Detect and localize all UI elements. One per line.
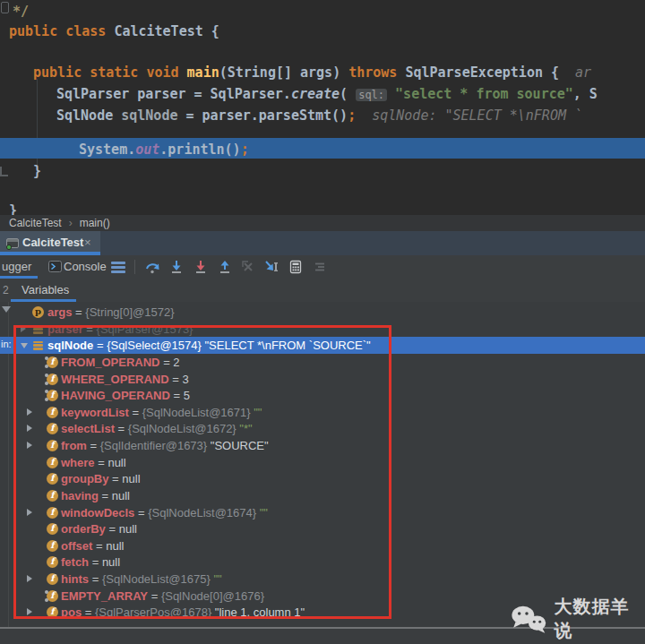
expand-arrow-icon[interactable] — [27, 408, 32, 416]
variable-value: 5 — [184, 389, 190, 402]
variable-value: "SOURCE" — [211, 439, 269, 452]
variable-row-groupBy[interactable]: fgroupBy = null — [0, 470, 645, 487]
code-token: SqlParseException { — [397, 64, 559, 81]
variable-row-offset[interactable]: foffset = null — [0, 537, 645, 554]
variable-text: from = {SqlIdentifier@1673} "SOURCE" — [61, 437, 269, 454]
field-icon: f — [47, 523, 58, 535]
code-token: ; — [241, 142, 249, 158]
code-token: } — [9, 202, 17, 215]
variable-row-where[interactable]: fwhere = null — [0, 454, 645, 471]
field-icon: f — [47, 473, 58, 485]
variable-name: args — [47, 305, 72, 319]
variable-row-FROM_OPERAND[interactable]: fFROM_OPERAND = 2 — [0, 354, 645, 371]
code-token — [387, 86, 395, 102]
force-step-into-icon[interactable] — [194, 260, 208, 274]
variable-row-having[interactable]: fhaving = null — [0, 487, 645, 504]
code-token: (String[] args) — [219, 64, 349, 81]
variable-name: having — [61, 489, 99, 502]
code-area[interactable]: */public class CalciteTest {public stati… — [0, 0, 645, 215]
variable-text: groupBy = null — [61, 470, 141, 487]
variable-value: {String[0]@1572} — [85, 305, 174, 319]
code-token: ; — [348, 107, 356, 124]
variable-text: offset = null — [61, 537, 124, 554]
expand-arrow-icon[interactable] — [21, 325, 26, 332]
variable-row-orderBy[interactable]: forderBy = null — [0, 520, 645, 537]
code-token: SqlParser parser = SqlParser. — [56, 86, 291, 102]
variable-icon — [32, 339, 44, 351]
gutter-fold-icon[interactable] — [0, 167, 8, 176]
variable-row-parser[interactable]: parser = {SqlParser@1573} — [0, 321, 645, 338]
step-into-icon[interactable] — [169, 260, 184, 274]
variable-text: hints = {SqlNodeList@1675} "" — [61, 571, 222, 588]
tab-calcitetest[interactable]: CalciteTest × — [0, 231, 100, 255]
code-token: ( — [340, 86, 356, 102]
code-token: ar — [559, 64, 591, 81]
variable-row-args[interactable]: pargs = {String[0]@1572} — [0, 304, 645, 321]
variable-row-HAVING_OPERAND[interactable]: fHAVING_OPERAND = 5 — [0, 387, 645, 404]
field-icon: f — [47, 407, 58, 418]
variable-row-fetch[interactable]: ffetch = null — [0, 554, 645, 571]
expand-arrow-icon[interactable] — [27, 608, 32, 615]
variable-row-keywordList[interactable]: fkeywordList = {SqlNodeList@1671} "" — [0, 404, 645, 421]
field-icon: f — [47, 390, 58, 401]
tab-console[interactable]: Console — [64, 260, 107, 273]
indent-guide — [37, 79, 38, 174]
variable-name: EMPTY_ARRAY — [61, 589, 148, 603]
breadcrumb-class[interactable]: CalciteTest — [9, 217, 62, 229]
variable-name: HAVING_OPERAND — [61, 389, 170, 402]
parameter-icon: p — [32, 306, 44, 318]
variable-name: WHERE_OPERAND — [61, 373, 169, 386]
run-to-cursor-icon[interactable] — [264, 260, 279, 274]
variable-row-sqlNode[interactable]: sqlNode = {SqlSelect@1574} "SELECT *\nFR… — [0, 337, 645, 354]
code-token: sqlNode — [121, 107, 177, 124]
tab-debugger-partial[interactable]: ugger — [2, 260, 31, 273]
variable-value: {SqlNodeList@1674} — [148, 506, 260, 519]
watermark-text: 大数据羊说 — [555, 595, 645, 643]
variable-text: fetch = null — [61, 554, 120, 571]
field-icon: f — [47, 490, 58, 502]
variable-name: hints — [61, 572, 89, 586]
step-out-icon[interactable] — [218, 260, 232, 274]
ide-debug-screen: */public class CalciteTest {public stati… — [0, 0, 645, 644]
variable-name: FROM_OPERAND — [61, 356, 160, 369]
expand-arrow-icon[interactable] — [27, 442, 32, 449]
gutter-bookmark-icon — [1, 2, 9, 13]
variable-row-windowDecls[interactable]: fwindowDecls = {SqlNodeList@1674} "" — [0, 504, 645, 521]
tab-label[interactable]: CalciteTest — [22, 236, 83, 249]
step-over-icon[interactable] — [145, 260, 159, 274]
breadcrumb: CalciteTest›main() — [0, 215, 645, 231]
field-icon: f — [47, 606, 58, 618]
variable-name: selectList — [61, 422, 115, 435]
layout-menu-icon[interactable] — [111, 262, 125, 275]
tab-variables[interactable]: Variables — [22, 283, 69, 296]
variable-row-from[interactable]: ffrom = {SqlIdentifier@1673} "SOURCE" — [0, 437, 645, 454]
collapse-arrow-icon[interactable] — [21, 343, 28, 348]
expand-arrow-icon[interactable] — [27, 425, 32, 432]
field-icon: f — [47, 573, 58, 585]
code-line: public class CalciteTest { — [9, 21, 219, 41]
variable-text: orderBy = null — [61, 520, 137, 537]
variable-row-hints[interactable]: fhints = {SqlNodeList@1675} "" — [0, 571, 645, 588]
variable-value: 3 — [182, 373, 188, 386]
variable-value: "" — [254, 406, 262, 419]
code-line: SqlParser parser = SqlParser.create( sql… — [56, 84, 598, 105]
variable-row-WHERE_OPERAND[interactable]: fWHERE_OPERAND = 3 — [0, 371, 645, 388]
variables-tree[interactable]: in: pargs = {String[0]@1572}parser = {Sq… — [0, 302, 645, 627]
expand-arrow-icon[interactable] — [27, 509, 32, 516]
watermark: 大数据羊说 — [511, 595, 645, 643]
variable-name: from — [61, 439, 87, 452]
variable-value: null — [112, 489, 130, 502]
code-token: sqlNode: "SELECT *\nFROM ` — [356, 107, 582, 124]
evaluate-expression-icon[interactable] — [288, 260, 303, 274]
code-line: SqlNode sqlNode = parser.parseStmt(); sq… — [56, 106, 582, 125]
code-token: CalciteTest { — [114, 23, 219, 39]
variable-value: {SqlIdentifier@1673} — [100, 439, 211, 452]
expand-arrow-icon[interactable] — [27, 575, 32, 582]
variable-text: args = {String[0]@1572} — [47, 304, 175, 321]
variable-name: offset — [61, 539, 92, 553]
breadcrumb-separator-icon: › — [69, 217, 73, 229]
variable-row-selectList[interactable]: fselectList = {SqlNodeList@1672} "*" — [0, 420, 645, 437]
breadcrumb-method[interactable]: main() — [80, 217, 110, 229]
close-icon[interactable]: × — [84, 236, 91, 249]
variable-text: parser = {SqlParser@1573} — [47, 321, 193, 338]
